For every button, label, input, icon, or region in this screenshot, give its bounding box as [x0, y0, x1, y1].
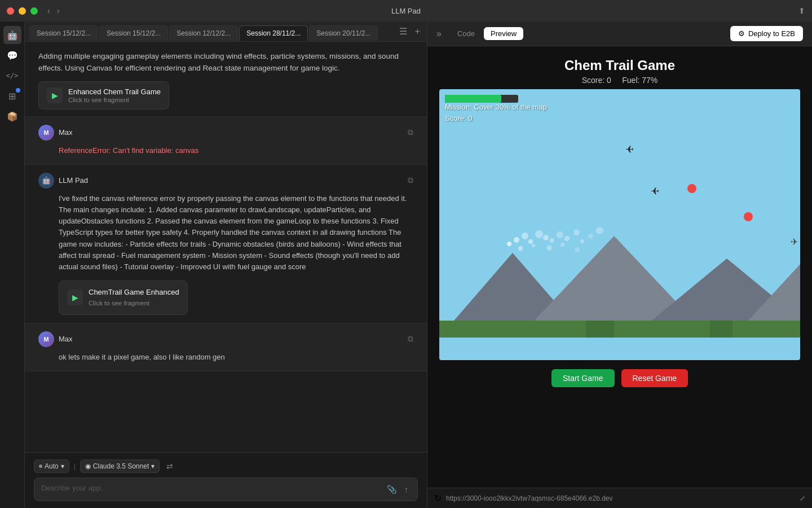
message-body-2: ok lets make it a pixel game, also I lik…: [59, 352, 413, 363]
mission-line1: Mission: Cover 30% of the map: [445, 102, 547, 113]
mission-line2: Score: 0: [445, 113, 547, 124]
tab-session-4[interactable]: Session 28/11/2...: [239, 25, 308, 41]
obstacle-2: [744, 212, 753, 221]
fragment-card-2[interactable]: ▶ ChemTrail Game Enhanced Click to see f…: [59, 281, 188, 315]
model-auto-label: Auto: [45, 462, 59, 470]
logo-icon: 🤖: [7, 30, 18, 41]
reset-game-button[interactable]: Reset Game: [621, 369, 689, 387]
start-game-button[interactable]: Start Game: [551, 369, 615, 387]
message-body-llmpad: I've fixed the canvas reference error by…: [59, 193, 413, 315]
user-text-2: ok lets make it a pixel game, also I lik…: [59, 352, 413, 363]
user-avatar-img-2: M: [38, 331, 54, 347]
score-label: Score:: [582, 76, 604, 85]
sidebar-item-code[interactable]: </>: [3, 67, 21, 85]
llmpad-message: 🤖 LLM Pad ⧉ I've fixed the canvas refere…: [25, 165, 427, 323]
model-separator: |: [74, 462, 76, 470]
fragment-card-1[interactable]: ▶ Enhanced Chem Trail Game Click to see …: [38, 81, 169, 110]
minimize-button[interactable]: [19, 7, 26, 15]
deploy-button[interactable]: ⚙ Deploy to E2B: [730, 26, 803, 41]
fragment-icon-2: ▶: [67, 290, 83, 305]
assistant-message-top: Adding multiple engaging gameplay elemen…: [25, 42, 427, 117]
message-header-2: M Max ⧉: [38, 331, 413, 347]
game-controls: Start Game Reset Game: [551, 369, 688, 387]
attach-button[interactable]: 📎: [385, 484, 399, 495]
fragment-text-2: ChemTrail Game Enhanced Click to see fra…: [89, 287, 179, 309]
tab-session-2[interactable]: Session 15/12/2...: [99, 25, 168, 41]
chat-input-actions: 📎 ↑: [385, 484, 411, 495]
tab-session-1[interactable]: Session 15/12/2...: [29, 25, 98, 41]
model-dot: [39, 465, 42, 468]
score-value: 0: [607, 76, 611, 85]
error-text: ReferenceError: Can't find variable: can…: [59, 146, 198, 155]
model-auto-selector[interactable]: Auto ▾: [34, 459, 69, 473]
tab-session-5[interactable]: Session 20/11/2...: [309, 25, 378, 41]
tabs-actions: ☰ +: [397, 25, 422, 41]
llmpad-text: I've fixed the canvas reference error by…: [59, 193, 413, 273]
user-avatar-img-1: M: [38, 125, 54, 141]
airplane-1: ✈: [625, 143, 634, 156]
chat-messages: Adding multiple engaging gameplay elemen…: [25, 42, 427, 452]
sidebar-item-chat[interactable]: 💬: [3, 46, 21, 64]
close-button[interactable]: [7, 7, 14, 15]
game-canvas[interactable]: Mission: Cover 30% of the map Score: 0 ✈…: [439, 89, 800, 360]
sender-name-1: Max: [59, 128, 73, 137]
svg-marker-5: [439, 321, 513, 338]
fragment-subtitle-1: Click to see fragment: [68, 97, 161, 103]
chat-input[interactable]: [41, 484, 385, 495]
external-link-icon[interactable]: ⤢: [800, 494, 805, 502]
user-avatar-2: M: [38, 331, 54, 347]
wing-indicator: ✈: [791, 237, 798, 247]
fragment-text-1: Enhanced Chem Trail Game Click to see fr…: [68, 87, 161, 103]
copy-button-1[interactable]: ⧉: [408, 128, 413, 137]
forward-button[interactable]: ›: [55, 5, 62, 16]
copy-button-2[interactable]: ⧉: [408, 334, 413, 344]
obstacle-1: [687, 184, 696, 193]
model-name-selector[interactable]: ◉ Claude 3.5 Sonnet ▾: [80, 459, 160, 473]
sidebar-item-package[interactable]: 📦: [3, 107, 21, 125]
app-title: LLM Pad: [391, 7, 421, 15]
sidebar-item-logo[interactable]: 🤖: [3, 26, 21, 44]
preview-content: Chem Trail Game Score: 0 Fuel: 77% Mis: [427, 46, 812, 488]
user-message-1: M Max ⧉ ReferenceError: Can't find varia…: [25, 117, 427, 165]
nav-controls: ‹ ›: [45, 5, 61, 16]
chevron-down-icon-2: ▾: [151, 462, 155, 470]
back-button[interactable]: ‹: [45, 5, 52, 16]
sender-name-2: Max: [59, 335, 73, 343]
settings-icon-btn[interactable]: ⇄: [164, 461, 175, 472]
copy-button-llmpad[interactable]: ⧉: [408, 176, 413, 185]
airplane-2: ✈: [651, 185, 659, 198]
send-button[interactable]: ↑: [402, 484, 411, 495]
package-icon: 📦: [7, 111, 18, 122]
maximize-button[interactable]: [30, 7, 38, 15]
tab-code[interactable]: Code: [451, 27, 482, 40]
new-tab-button[interactable]: +: [413, 25, 422, 38]
claude-icon: ◉: [85, 462, 91, 470]
fragment-title-2: ChemTrail Game Enhanced: [89, 287, 179, 298]
tab-session-3[interactable]: Session 12/12/2...: [169, 25, 238, 41]
tabs-list-button[interactable]: ☰: [397, 25, 409, 38]
window-controls: [7, 7, 38, 15]
fragment-icon-1: ▶: [47, 87, 63, 103]
gear-icon: ⚙: [738, 29, 745, 38]
preview-footer: ↻ https://3000-iooo2lkkx2ivtw7aqsmsc-685…: [427, 488, 812, 508]
tab-preview[interactable]: Preview: [484, 27, 523, 40]
refresh-icon[interactable]: ↻: [434, 493, 442, 503]
mission-text: Mission: Cover 30% of the map Score: 0: [445, 102, 547, 124]
fuel-label: Fuel:: [622, 76, 639, 85]
svg-marker-6: [586, 321, 614, 338]
preview-tabs: Code Preview: [451, 27, 523, 40]
game-title-area: Chem Trail Game Score: 0 Fuel: 77%: [564, 46, 675, 89]
message-header-llmpad: 🤖 LLM Pad ⧉: [38, 173, 413, 189]
fuel-value: 77%: [642, 76, 657, 85]
llmpad-avatar: 🤖: [38, 173, 54, 189]
sidebar-item-grid[interactable]: ⊞: [3, 87, 21, 105]
expand-button[interactable]: »: [436, 29, 442, 39]
sidebar: 🤖 💬 </> ⊞ 📦: [0, 21, 25, 508]
preview-panel: » Code Preview ⚙ Deploy to E2B Chem Trai…: [427, 21, 812, 508]
fragment-title-1: Enhanced Chem Trail Game: [68, 87, 161, 96]
assistant-text-top: Adding multiple engaging gameplay elemen…: [38, 51, 413, 75]
chat-input-area: Auto ▾ | ◉ Claude 3.5 Sonnet ▾ ⇄ 📎 ↑: [25, 452, 427, 508]
chevron-down-icon: ▾: [61, 462, 64, 470]
message-header-1: M Max ⧉: [38, 125, 413, 141]
code-icon: </>: [6, 72, 19, 80]
